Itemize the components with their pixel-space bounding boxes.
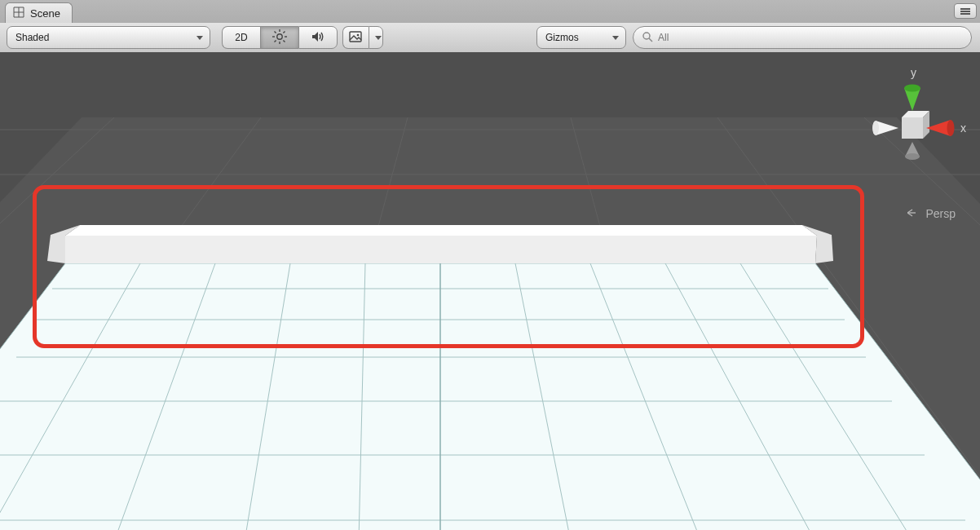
effects-toggle-button[interactable] <box>342 26 369 49</box>
svg-point-62 <box>904 85 920 92</box>
svg-point-60 <box>947 120 955 136</box>
svg-line-11 <box>275 31 276 33</box>
speaker-icon <box>310 29 326 47</box>
svg-marker-52 <box>902 117 923 139</box>
scene-icon <box>12 6 25 21</box>
svg-point-56 <box>905 153 920 160</box>
chevron-down-icon <box>612 36 619 40</box>
svg-marker-29 <box>0 263 980 530</box>
projection-icon <box>907 207 920 220</box>
effects-dropdown[interactable] <box>342 26 383 49</box>
axis-x-label: x <box>960 121 966 135</box>
2d-label: 2D <box>235 32 247 43</box>
search-icon <box>642 31 653 45</box>
orientation-gizmo[interactable]: y x <box>851 60 973 185</box>
svg-rect-15 <box>350 32 361 42</box>
lighting-toggle-button[interactable] <box>260 26 298 49</box>
chevron-down-icon <box>375 36 382 40</box>
svg-line-12 <box>283 40 285 42</box>
scene-toolbar: Shaded 2D <box>0 23 980 53</box>
svg-marker-49 <box>65 225 817 236</box>
sun-icon <box>271 29 288 47</box>
svg-line-13 <box>275 40 276 42</box>
axis-y-label: y <box>911 66 916 79</box>
audio-toggle-button[interactable] <box>298 26 338 49</box>
shading-mode-dropdown[interactable]: Shaded <box>7 26 210 49</box>
view-toggle-group: 2D <box>222 26 338 49</box>
tab-strip: Scene <box>0 0 980 24</box>
search-input[interactable] <box>656 31 971 44</box>
svg-marker-57 <box>876 121 898 135</box>
projection-label: Persp <box>925 207 956 220</box>
svg-point-16 <box>357 33 360 36</box>
gizmos-dropdown[interactable]: Gizmos <box>536 26 626 49</box>
scene-viewport[interactable]: y x Persp <box>0 52 980 530</box>
projection-toggle[interactable]: Persp <box>907 207 956 220</box>
svg-line-18 <box>649 38 652 42</box>
svg-point-17 <box>643 33 650 39</box>
menu-icon <box>960 8 970 15</box>
tab-title: Scene <box>30 7 60 20</box>
search-field[interactable] <box>633 26 972 49</box>
svg-line-14 <box>283 31 285 33</box>
image-icon <box>347 29 364 47</box>
2d-toggle-button[interactable]: 2D <box>222 26 260 49</box>
chevron-down-icon <box>196 36 203 40</box>
svg-point-58 <box>872 121 879 135</box>
scene-3d-render <box>0 52 980 530</box>
gizmos-label: Gizmos <box>545 32 579 43</box>
svg-marker-48 <box>65 236 817 263</box>
window-options-button[interactable] <box>954 3 977 19</box>
shading-mode-label: Shaded <box>15 32 49 43</box>
effects-dropdown-caret[interactable] <box>369 26 383 49</box>
scene-tab[interactable]: Scene <box>5 2 73 24</box>
svg-point-6 <box>277 33 282 38</box>
